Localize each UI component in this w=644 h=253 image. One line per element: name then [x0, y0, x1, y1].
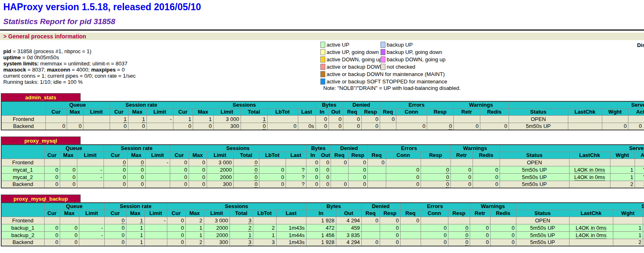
cell-denied-resp: 0 — [380, 239, 400, 246]
process-info-text: = 31858 (process #1, nbproc = 1) — [11, 48, 92, 54]
column-header-lbtot: LbTot — [259, 152, 286, 159]
display-option-label: Display option: — [637, 42, 644, 48]
column-header-lastchk: LastChk — [568, 108, 602, 115]
app-title-link[interactable]: HAProxy version 1.5.18, released 2016/05… — [3, 2, 201, 12]
cell-sess-total: 2 — [230, 224, 253, 231]
row-name-cell: Backend — [1, 123, 45, 130]
cell-bytes-out: 0 — [320, 173, 331, 181]
cell-denied-req: 0 — [331, 159, 348, 166]
group-header-row: QueueSession rateSessionsBytesDeniedErro… — [1, 145, 644, 152]
legend-note: Note: "NOLB"/"DRAIN" = UP with load-bala… — [323, 85, 461, 91]
process-info-line: pid = 31858 (process #1, nbproc = 1) — [3, 48, 135, 54]
column-header-status: Status — [500, 152, 569, 159]
stats-table-proxy_mysql: proxy_mysqlQueueSession rateSessionsByte… — [1, 137, 644, 188]
cell-qcur — [44, 217, 60, 224]
tooltip-value: 0 — [254, 167, 257, 173]
row-name-cell: Frontend — [1, 159, 44, 166]
cell-warn-redis: 0 — [490, 224, 516, 231]
cell-status: 5m50s UP — [500, 166, 569, 173]
cell-qlimit: - — [77, 173, 104, 181]
proxy-name-link[interactable]: proxy_mysql_backup — [14, 196, 68, 202]
tooltip-value: 1 — [248, 232, 251, 239]
cell-err-conn — [386, 159, 421, 166]
cell-rate-cur: 0 — [104, 166, 127, 173]
column-group-header-bytes: Bytes — [315, 101, 343, 108]
cell-last: 1m44s — [276, 231, 306, 239]
tooltip-value: L4OK in 0ms — [574, 167, 605, 173]
cell-bytes-out: 0 — [329, 115, 343, 123]
cell-qlimit — [79, 239, 104, 246]
general-info-section: pid = 31858 (process #1, nbproc = 1)upti… — [0, 40, 644, 93]
proxy-name-link[interactable]: proxy_mysql — [24, 138, 57, 144]
cell-status: OPEN — [509, 115, 568, 123]
cell-denied-resp: 0 — [348, 181, 367, 188]
process-info-text: maxpipes — [91, 67, 116, 73]
row-name-cell: backup_2 — [1, 231, 44, 239]
tooltip-value: 0 — [122, 217, 124, 224]
column-header-sess-limit: Limit — [204, 210, 230, 217]
cell-bytes-out: 0 — [320, 166, 331, 173]
column-group-header-sessions: Sessions — [167, 203, 306, 210]
tooltip-value: 1 — [124, 116, 126, 123]
column-header-sess-total: Total — [241, 108, 267, 115]
cell-sess-total: 1 — [241, 115, 267, 123]
process-info-text: Running tasks: 1/10; idle = 100 % — [3, 79, 83, 85]
cell-bytes-in: 0 — [306, 181, 320, 188]
process-info-text: maxconn — [47, 67, 70, 73]
proxy-name-link[interactable]: admin_stats — [25, 94, 56, 101]
cell-rate-limit: - — [146, 115, 173, 123]
cell-status: OPEN — [516, 217, 569, 224]
legend-swatch-icon — [320, 78, 325, 85]
cell-sess-total: 3 — [230, 239, 253, 246]
tooltip-value: 0 — [446, 181, 449, 188]
cell-wght: 1 — [610, 173, 635, 181]
column-header-qcur: Cur — [45, 108, 67, 115]
legend-item: backup DOWN, going up — [381, 56, 446, 63]
cell-sess-max: 1 — [193, 115, 213, 123]
legend-item: backup UP — [381, 41, 446, 48]
legend-swatch-icon — [381, 49, 385, 55]
column-header-err-req: Req — [400, 210, 421, 217]
cell-lbtot: 0 — [267, 123, 298, 130]
tooltip-value: 0 — [465, 239, 468, 246]
legend-label: not checked — [387, 64, 415, 70]
table-body: Frontend01-023 00031 9284 294000OPENback… — [1, 217, 644, 246]
cell-bytes-out: 459 — [336, 224, 361, 231]
cell-rate-max: 0 — [127, 159, 145, 166]
column-header-warn-retr: Retr — [470, 210, 490, 217]
cell-wght — [610, 159, 635, 166]
cell-denied-resp: 0 — [361, 123, 380, 130]
cell-denied-resp: 0 — [348, 159, 367, 166]
cell-status: 5m50s UP — [516, 224, 569, 231]
cell-denied-req: 0 — [331, 181, 348, 188]
cell-err-req — [400, 239, 421, 246]
cell-lbtot: 0 — [259, 181, 286, 188]
cell-warn-redis — [490, 217, 516, 224]
column-header-qmax: Max — [67, 108, 83, 115]
row-name-cell: Backend — [1, 239, 44, 246]
tooltip-value: L4OK in 0ms — [576, 225, 606, 231]
cell-warn-redis: 0 — [480, 123, 509, 130]
tooltip-value: 0 — [123, 159, 126, 166]
stats-table-proxy_mysql_backup: proxy_mysql_backupQueueSession rateSessi… — [1, 195, 644, 246]
process-info-line: current conns = 1; current pipes = 0/0; … — [3, 73, 135, 79]
column-header-warn-retr: Retr — [453, 108, 480, 115]
cell-denied-req: 0 — [361, 217, 380, 224]
column-header-bytes-out: Out — [329, 108, 343, 115]
cell-sess-max: 0 — [189, 181, 207, 188]
cell-warn-retr: 0 — [470, 224, 490, 231]
cell-err-conn — [421, 217, 448, 224]
column-header-sess-max: Max — [185, 210, 204, 217]
cell-wght: 1 — [613, 231, 643, 239]
cell-act: 2 — [635, 181, 644, 188]
cell-sess-max: 1 — [185, 231, 204, 239]
proxy-title-bar: admin_stats — [1, 93, 81, 101]
cell-last: 1m43s — [276, 239, 306, 246]
stats-table: QueueSession rateSessionsBytesDeniedErro… — [1, 144, 644, 188]
cell-rate-cur: 1 — [110, 115, 128, 123]
column-header-err-conn: Conn — [421, 210, 448, 217]
cell-sess-total: 0 — [233, 173, 259, 181]
process-info-text: maxsock — [3, 67, 26, 73]
column-header-denied-req: Req — [361, 210, 380, 217]
stats-tables-container: admin_statsQueueSession rateSessionsByte… — [0, 93, 644, 246]
